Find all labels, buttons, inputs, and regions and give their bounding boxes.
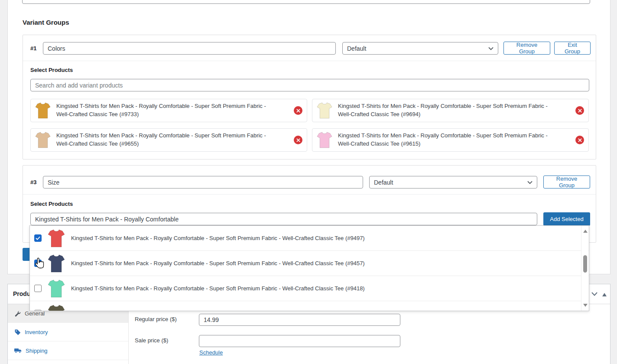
tab-shipping[interactable]: Shipping — [8, 341, 128, 360]
product-checkbox[interactable] — [34, 310, 42, 311]
product-checkbox[interactable] — [34, 234, 42, 242]
hand-cursor-icon — [35, 257, 45, 269]
variant-product-search-input[interactable] — [30, 213, 537, 225]
tag-icon — [14, 329, 21, 335]
remove-product-icon[interactable] — [294, 136, 302, 144]
group-type-select[interactable]: Default — [342, 42, 498, 55]
remove-product-icon[interactable] — [575, 136, 584, 144]
tab-label: Inventory — [25, 329, 48, 335]
product-title: Kingsted T-Shirts for Men Pack - Royally… — [338, 132, 560, 148]
product-title: Kingsted T-Shirts for Men Pack - Royally… — [71, 260, 365, 266]
result-row[interactable]: Kingsted T-Shirts for Men Pack - Royally… — [30, 276, 589, 301]
sale-price-label: Sale price ($) — [135, 337, 168, 344]
product-search-results-dropdown: Kingsted T-Shirts for Men Pack - Royally… — [29, 225, 589, 311]
tshirt-image — [48, 304, 65, 312]
dropdown-scrollbar[interactable] — [581, 226, 588, 311]
group-type-select[interactable]: Default — [369, 176, 537, 188]
schedule-link[interactable]: Schedule — [199, 349, 223, 356]
remove-group-button[interactable]: Remove Group — [543, 176, 590, 188]
regular-price-input[interactable] — [199, 314, 400, 326]
variant-product-search-input[interactable] — [30, 79, 589, 91]
chevron-down-icon — [527, 181, 533, 184]
group-name-input[interactable] — [43, 176, 363, 188]
wrench-icon — [14, 310, 21, 317]
remove-group-button[interactable]: Remove Group — [503, 42, 550, 55]
product-title: Kingsted T-Shirts for Men Pack - Royally… — [71, 285, 365, 292]
tshirt-image — [35, 101, 51, 120]
add-selected-button[interactable]: Add Selected — [543, 212, 590, 226]
select-products-label: Select Products — [30, 201, 73, 207]
result-row[interactable]: Kingsted T-Shirts for Men Pack - Royally… — [30, 301, 589, 311]
result-row[interactable]: Kingsted T-Shirts for Men Pack - Royally… — [30, 251, 589, 276]
group-name-input[interactable] — [43, 42, 336, 55]
exit-group-button[interactable]: Exit Group — [554, 42, 591, 55]
tab-label: Shipping — [26, 348, 48, 354]
product-title: Kingsted T-Shirts for Men Pack - Royally… — [71, 235, 365, 241]
select-products-label: Select Products — [30, 67, 73, 73]
product-title: Kingsted T-Shirts for Men Pack - Royally… — [56, 132, 278, 148]
divider — [23, 194, 596, 195]
selected-product-chip: Kingsted T-Shirts for Men Pack - Royally… — [30, 99, 307, 122]
tshirt-image — [317, 131, 332, 149]
result-row[interactable]: Kingsted T-Shirts for Men Pack - Royally… — [30, 226, 589, 251]
tshirt-image — [317, 101, 332, 120]
group-type-value: Default — [347, 45, 366, 52]
group-number: #1 — [30, 45, 36, 52]
truck-icon — [14, 348, 22, 354]
product-title: Kingsted T-Shirts for Men Pack - Royally… — [71, 310, 344, 311]
scroll-thumb[interactable] — [583, 255, 587, 273]
regular-price-label: Regular price ($) — [135, 316, 177, 322]
group-number: #3 — [30, 179, 36, 185]
product-checkbox[interactable] — [34, 285, 42, 292]
selected-product-chip: Kingsted T-Shirts for Men Pack - Royally… — [312, 128, 589, 152]
chevron-down-icon — [488, 47, 494, 50]
selected-product-chip: Kingsted T-Shirts for Men Pack - Royally… — [30, 128, 307, 152]
scroll-up-icon[interactable] — [583, 230, 588, 233]
collapse-panel-chevron-icon[interactable] — [591, 291, 598, 296]
tshirt-image — [48, 254, 65, 273]
product-data-tabs: General Inventory Shipping — [8, 304, 129, 364]
tshirt-image — [48, 229, 65, 248]
sale-price-input[interactable] — [199, 335, 400, 347]
variant-group-1: #1 Default Remove Group Exit Group Selec… — [23, 35, 596, 159]
selected-product-chip: Kingsted T-Shirts for Men Pack - Royally… — [312, 99, 589, 122]
tshirt-image — [35, 131, 51, 149]
page-title: Variant Groups — [23, 19, 69, 26]
product-title: Kingsted T-Shirts for Men Pack - Royally… — [338, 102, 560, 119]
tab-inventory[interactable]: Inventory — [8, 323, 128, 341]
group-type-value: Default — [374, 179, 393, 186]
move-up-icon[interactable] — [602, 293, 607, 296]
remove-product-icon[interactable] — [294, 106, 302, 115]
scroll-down-icon[interactable] — [583, 304, 588, 307]
tshirt-image — [48, 279, 65, 298]
previous-field-remnant[interactable] — [22, 0, 590, 4]
remove-product-icon[interactable] — [575, 106, 584, 115]
product-title: Kingsted T-Shirts for Men Pack - Royally… — [56, 102, 278, 119]
divider — [23, 61, 596, 61]
